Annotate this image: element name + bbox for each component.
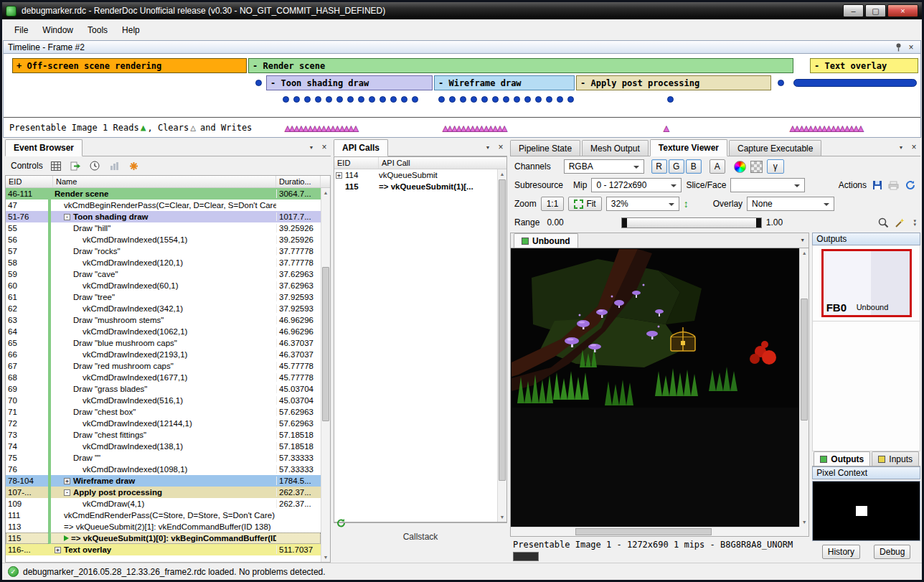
- timeline-event-bar[interactable]: [793, 79, 917, 87]
- event-dot-icon[interactable]: [315, 96, 321, 103]
- table-row[interactable]: 76vkCmdDrawIndexed(1098,1)57.33333: [6, 464, 321, 475]
- table-row[interactable]: 67Draw "red mushroom caps"45.77778: [6, 360, 321, 372]
- table-row[interactable]: 78-104+Wireframe draw1784.5...: [6, 475, 321, 487]
- table-row[interactable]: 70vkCmdDrawIndexed(516,1)45.03704: [6, 395, 321, 406]
- column-eid[interactable]: EID: [6, 176, 53, 187]
- time-draws-icon[interactable]: [89, 160, 101, 172]
- channel-b-button[interactable]: B: [686, 159, 702, 174]
- texture-list-dropdown-icon[interactable]: ▼: [800, 238, 805, 243]
- event-dot-icon[interactable]: [481, 96, 488, 103]
- save-icon[interactable]: [871, 179, 883, 192]
- channels-select[interactable]: RGBA: [564, 159, 644, 174]
- bookmark-icon[interactable]: [128, 160, 140, 172]
- event-dot-icon[interactable]: [438, 96, 445, 103]
- tab-capture-executable[interactable]: Capture Executable: [729, 140, 821, 156]
- table-row[interactable]: 68vkCmdDrawIndexed(1677,1)45.77778: [6, 372, 321, 383]
- channel-g-button[interactable]: G: [669, 159, 684, 174]
- scroll-up-icon[interactable]: ▲: [800, 248, 808, 258]
- scroll-up-icon[interactable]: ▲: [321, 188, 330, 197]
- slice-face-select[interactable]: [730, 178, 805, 192]
- dock-menu-icon[interactable]: ▼: [483, 142, 493, 152]
- zoom-range-icon[interactable]: [877, 217, 890, 229]
- column-eid[interactable]: EID: [334, 157, 379, 169]
- zoom-select[interactable]: 32%: [606, 197, 679, 211]
- close-button[interactable]: ×: [887, 4, 918, 17]
- scroll-down-icon[interactable]: ▼: [321, 553, 330, 562]
- table-row[interactable]: 75Draw ""57.33333: [6, 452, 321, 464]
- scrollbar-thumb[interactable]: [499, 179, 506, 481]
- tab-mesh-output[interactable]: Mesh Output: [582, 140, 649, 156]
- minimize-button[interactable]: –: [843, 4, 864, 17]
- overlay-select[interactable]: None: [747, 197, 834, 211]
- expand-icon[interactable]: +: [336, 172, 342, 179]
- collapse-icon[interactable]: -: [64, 214, 70, 220]
- table-row[interactable]: 109vkCmdDraw(4,1)262.37...: [6, 498, 321, 510]
- event-dot-icon[interactable]: [326, 96, 332, 103]
- event-dot-icon[interactable]: [304, 96, 311, 103]
- menu-item-window[interactable]: Window: [36, 22, 80, 39]
- table-row[interactable]: 72vkCmdDrawIndexed(12144,1)57.62963: [6, 418, 321, 429]
- event-dot-icon[interactable]: [390, 96, 397, 103]
- texture-horizontal-scrollbar[interactable]: [511, 527, 799, 536]
- flip-y-icon[interactable]: ↕: [684, 198, 689, 210]
- channel-r-button[interactable]: R: [651, 159, 667, 174]
- event-dot-icon[interactable]: [449, 96, 456, 103]
- column-name[interactable]: Name: [53, 176, 276, 187]
- checkerboard-icon[interactable]: [750, 161, 763, 173]
- tab-api-calls[interactable]: API Calls: [334, 139, 388, 156]
- table-row[interactable]: 115=> vkQueueSubmit(1)[0]: vkBeginComman…: [6, 532, 321, 544]
- stats-icon[interactable]: [108, 160, 121, 172]
- scroll-down-icon[interactable]: ▼: [498, 512, 506, 522]
- range-slider[interactable]: [621, 217, 762, 228]
- menu-item-help[interactable]: Help: [116, 22, 146, 39]
- table-row[interactable]: 115=> vkQueueSubmit(1)[...: [334, 181, 497, 192]
- maximize-button[interactable]: ▢: [865, 4, 886, 17]
- event-dot-icon[interactable]: [535, 96, 542, 103]
- table-row[interactable]: 61Draw "tree"37.92593: [6, 291, 321, 303]
- table-row[interactable]: 65Draw "blue mushroom caps"46.37037: [6, 337, 321, 349]
- close-icon[interactable]: ×: [319, 142, 329, 152]
- range-max-handle[interactable]: [756, 218, 761, 227]
- timeline-block-toon-shading[interactable]: - Toon shading draw: [266, 75, 433, 90]
- menu-item-file[interactable]: File: [8, 22, 34, 39]
- table-row[interactable]: 60vkCmdDrawIndexed(60,1)37.62963: [6, 280, 321, 291]
- table-row[interactable]: 51-76-Toon shading draw1017.7...: [6, 211, 321, 222]
- callstack-section[interactable]: Callstack: [334, 522, 507, 563]
- fit-button[interactable]: Fit: [568, 197, 601, 211]
- table-row[interactable]: 58vkCmdDrawIndexed(120,1)37.77778: [6, 257, 321, 268]
- column-api-call[interactable]: API Call: [379, 157, 506, 169]
- tab-outputs[interactable]: Outputs: [814, 451, 870, 466]
- event-dot-icon[interactable]: [358, 96, 364, 103]
- title-bar[interactable]: debugmarker.rdc - RenderDoc Unofficial r…: [2, 2, 922, 19]
- table-row[interactable]: 73Draw "chest fittings"57.18518: [6, 429, 321, 441]
- table-row[interactable]: 47vkCmdBeginRenderPass(C=Clear, D=Clear,…: [6, 200, 321, 211]
- timeline-block-post-processing[interactable]: - Apply post processing: [576, 75, 771, 90]
- mip-select[interactable]: 0 - 1272x690: [591, 178, 682, 192]
- expand-icon[interactable]: +: [64, 478, 70, 484]
- texture-image[interactable]: [512, 249, 803, 408]
- zoom-1to1-button[interactable]: 1:1: [541, 197, 565, 211]
- tab-inputs[interactable]: Inputs: [872, 451, 919, 466]
- close-icon[interactable]: ×: [909, 142, 919, 152]
- table-row[interactable]: 116-...+Text overlay511.7037: [6, 544, 321, 555]
- dock-menu-icon[interactable]: ▼: [896, 142, 906, 152]
- tab-texture-viewer[interactable]: Texture Viewer: [650, 139, 727, 156]
- table-row[interactable]: 56vkCmdDrawIndexed(1554,1)39.25926: [6, 234, 321, 245]
- fb0-thumbnail[interactable]: FB0 Unbound: [821, 249, 912, 317]
- table-row[interactable]: 63Draw "mushroom stems"46.96296: [6, 314, 321, 326]
- refresh-icon[interactable]: [904, 179, 916, 192]
- event-dot-icon[interactable]: [460, 96, 466, 103]
- pin-icon[interactable]: [893, 42, 903, 52]
- select-columns-icon[interactable]: [50, 160, 62, 172]
- table-row[interactable]: 55Draw "hill"39.25926: [6, 222, 321, 234]
- event-dot-icon[interactable]: [567, 96, 574, 103]
- tab-event-browser[interactable]: Event Browser: [5, 139, 82, 156]
- scroll-down-icon[interactable]: ▼: [800, 517, 808, 527]
- api-calls-scrollbar[interactable]: ▲ ▼: [497, 169, 506, 522]
- event-browser-scrollbar[interactable]: ▲ ▼: [321, 188, 330, 562]
- tab-unbound[interactable]: Unbound: [514, 233, 578, 248]
- table-row[interactable]: 59Draw "cave"37.62963: [6, 268, 321, 280]
- event-dot-icon[interactable]: [524, 96, 531, 103]
- close-icon[interactable]: ×: [906, 42, 916, 52]
- event-dot-icon[interactable]: [492, 96, 499, 103]
